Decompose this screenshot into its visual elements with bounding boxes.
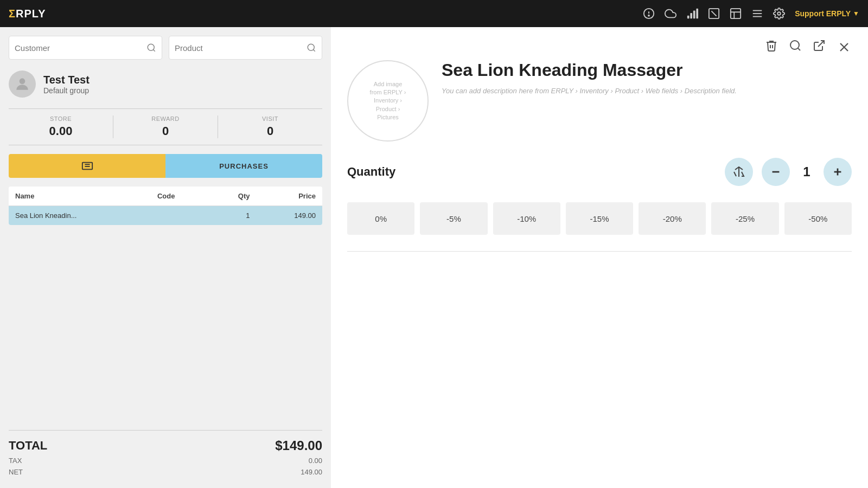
svg-rect-3: [687, 16, 690, 18]
product-search-box[interactable]: [169, 36, 322, 60]
col-qty: Qty: [209, 187, 257, 206]
cart-item-qty: 1: [209, 206, 257, 226]
delete-icon[interactable]: [765, 38, 778, 55]
block-icon[interactable]: [708, 8, 720, 20]
col-price: Price: [257, 187, 322, 206]
external-link-icon[interactable]: [813, 38, 826, 55]
product-search-input[interactable]: [175, 43, 307, 53]
cart-item-code: [151, 206, 209, 226]
quantity-increase-button[interactable]: [824, 158, 852, 186]
logo-sigma: Σ: [9, 8, 16, 20]
product-info: Sea Lion Kneading Massager You can add d…: [442, 60, 852, 97]
svg-point-2: [648, 15, 649, 16]
customer-name: Test Test: [43, 74, 90, 86]
tax-label: TAX: [9, 457, 22, 465]
col-name: Name: [9, 187, 151, 206]
quantity-section: Quantity 1: [347, 158, 852, 186]
customer-details: Test Test Default group: [43, 74, 90, 95]
discount-btn-3[interactable]: -15%: [566, 202, 633, 235]
svg-line-19: [313, 50, 315, 52]
customer-search-box[interactable]: [9, 36, 162, 60]
settings-icon[interactable]: [773, 8, 785, 20]
stat-store: STORE 0.00: [9, 115, 113, 138]
stat-reward-label: REWARD: [113, 115, 218, 122]
purchases-button[interactable]: PURCHASES: [165, 154, 322, 178]
quantity-decrease-button[interactable]: [762, 158, 790, 186]
quantity-value: 1: [799, 164, 815, 179]
product-search-icon: [307, 43, 316, 53]
discount-btn-4[interactable]: -20%: [639, 202, 706, 235]
alert-icon[interactable]: [643, 8, 655, 20]
topnav: ΣRPLY Support ERPLY: [0, 0, 868, 27]
logo-text: RPLY: [16, 8, 46, 20]
cart-table: Name Code Qty Price Sea Lion Kneadin... …: [9, 187, 322, 225]
svg-line-25: [798, 48, 800, 50]
signal-icon[interactable]: [686, 8, 698, 20]
product-top-icons: [347, 38, 852, 55]
right-panel: Add image from ERPLY › Inventory › Produ…: [331, 27, 868, 488]
discount-btn-2[interactable]: -10%: [493, 202, 560, 235]
action-buttons: PURCHASES: [9, 154, 322, 178]
divider: [347, 251, 852, 252]
discount-btn-6[interactable]: -50%: [784, 202, 852, 235]
stat-store-label: STORE: [9, 115, 113, 122]
footer-totals: TOTAL $149.00 TAX 0.00 NET 149.00: [9, 430, 322, 479]
topnav-right: Support ERPLY ▼: [643, 8, 859, 20]
svg-point-15: [777, 12, 781, 15]
tax-value: 0.00: [309, 457, 322, 465]
image-placeholder-text: Add image from ERPLY › Inventory › Produ…: [370, 80, 406, 122]
total-label: TOTAL: [9, 439, 47, 453]
app-logo: ΣRPLY: [9, 8, 46, 20]
stat-visit: VISIT 0: [218, 115, 322, 138]
svg-rect-4: [691, 13, 693, 18]
support-erply-button[interactable]: Support ERPLY ▼: [795, 9, 859, 18]
stat-reward: REWARD 0: [113, 115, 218, 138]
customer-search-input[interactable]: [15, 43, 146, 53]
search-product-icon[interactable]: [789, 38, 802, 55]
svg-line-26: [818, 41, 824, 47]
customer-info: Test Test Default group: [9, 70, 322, 98]
stat-visit-value: 0: [218, 124, 322, 138]
cart-item-price: 149.00: [257, 206, 322, 226]
svg-point-18: [308, 44, 314, 51]
stat-reward-value: 0: [113, 124, 218, 138]
svg-line-8: [712, 11, 717, 16]
cart-table-header: Name Code Qty Price: [9, 187, 322, 206]
chevron-down-icon: ▼: [853, 10, 859, 17]
svg-point-16: [148, 44, 154, 51]
stats-row: STORE 0.00 REWARD 0 VISIT 0: [9, 108, 322, 145]
compare-button[interactable]: [725, 158, 753, 186]
product-image-placeholder: Add image from ERPLY › Inventory › Produ…: [347, 60, 429, 142]
main-layout: Test Test Default group STORE 0.00 REWAR…: [0, 27, 868, 488]
menu-icon[interactable]: [751, 8, 763, 20]
net-value: 149.00: [301, 468, 322, 476]
cart-item-name: Sea Lion Kneadin...: [9, 206, 151, 226]
close-icon[interactable]: [837, 38, 852, 55]
svg-rect-6: [697, 9, 699, 18]
product-header: Add image from ERPLY › Inventory › Produ…: [347, 60, 852, 142]
stat-store-value: 0.00: [9, 124, 113, 138]
svg-point-24: [790, 41, 799, 49]
svg-line-17: [153, 50, 155, 52]
search-row: [9, 36, 322, 60]
product-title: Sea Lion Kneading Massager: [442, 60, 852, 80]
customer-avatar: [9, 70, 36, 98]
total-value: $149.00: [275, 438, 322, 453]
svg-rect-9: [731, 9, 741, 18]
support-label: Support ERPLY: [795, 9, 851, 18]
cloud-icon[interactable]: [665, 8, 676, 20]
stat-visit-label: VISIT: [218, 115, 322, 122]
left-panel: Test Test Default group STORE 0.00 REWAR…: [0, 27, 331, 488]
product-description: You can add description here from ERPLY …: [442, 86, 852, 97]
list-view-button[interactable]: [9, 154, 165, 178]
cart-row[interactable]: Sea Lion Kneadin... 1 149.00: [9, 206, 322, 226]
discount-btn-0[interactable]: 0%: [347, 202, 414, 235]
discount-row: 0%-5%-10%-15%-20%-25%-50%: [347, 202, 852, 235]
layout-icon[interactable]: [730, 8, 742, 20]
svg-rect-5: [693, 11, 695, 19]
svg-point-20: [20, 78, 25, 84]
discount-btn-1[interactable]: -5%: [420, 202, 487, 235]
net-row: NET 149.00: [9, 468, 322, 476]
discount-btn-5[interactable]: -25%: [711, 202, 778, 235]
total-row: TOTAL $149.00: [9, 438, 322, 453]
